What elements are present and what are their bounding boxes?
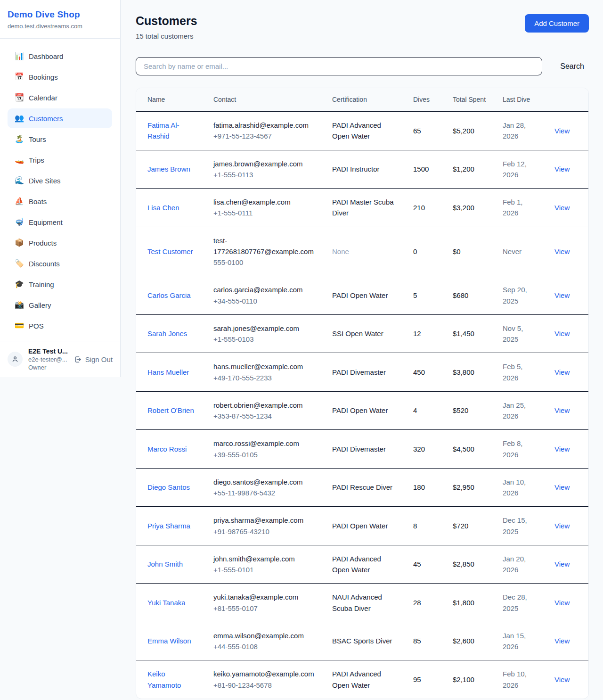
add-customer-button[interactable]: Add Customer: [525, 14, 589, 33]
table-row: Lisa Chen lisa.chen@example.com +1-555-0…: [136, 189, 589, 227]
sidebar-item-label: Gallery: [29, 301, 51, 309]
sidebar-item-pos[interactable]: 💳 POS: [8, 316, 112, 336]
table-row: James Brown james.brown@example.com +1-5…: [136, 150, 589, 189]
search-row: Search: [136, 57, 589, 75]
sidebar-item-label: Bookings: [29, 73, 58, 81]
customer-name-link[interactable]: Sarah Jones: [147, 329, 187, 338]
sidebar-item-gallery[interactable]: 📸 Gallery: [8, 295, 112, 315]
customer-name-link[interactable]: Emma Wilson: [147, 637, 191, 645]
page-header-text: Customers 15 total customers: [136, 14, 197, 40]
customer-email: marco.rossi@example.com: [213, 438, 317, 449]
shop-domain: demo.test.divestreams.com: [8, 23, 113, 30]
customer-certification: PADI Instructor: [332, 165, 380, 173]
dashboard-icon: 📊: [15, 52, 23, 60]
customer-last-dive: Feb 1, 2026: [503, 198, 523, 217]
customer-name-link[interactable]: Diego Santos: [147, 483, 190, 491]
customer-email: diego.santos@example.com: [213, 477, 317, 487]
customer-dives: 210: [413, 204, 425, 212]
search-button[interactable]: Search: [555, 58, 589, 74]
sidebar-item-calendar[interactable]: 📆 Calendar: [8, 88, 112, 107]
view-customer-link[interactable]: View: [554, 329, 570, 338]
sign-out-button[interactable]: Sign Out: [74, 355, 113, 363]
table-row: Carlos Garcia carlos.garcia@example.com …: [136, 276, 589, 315]
customer-email: yuki.tanaka@example.com: [213, 592, 317, 602]
customer-dives: 95: [413, 675, 421, 684]
view-customer-link[interactable]: View: [554, 522, 570, 530]
package-icon: 📦: [15, 239, 23, 247]
sidebar-item-label: Training: [29, 280, 54, 288]
sidebar-nav: 📊 Dashboard 📅 Bookings 📆 Calendar 👥 Cust…: [0, 39, 120, 341]
sidebar-item-products[interactable]: 📦 Products: [8, 233, 112, 253]
customer-name-link[interactable]: Hans Mueller: [147, 368, 189, 376]
view-customer-link[interactable]: View: [554, 406, 570, 414]
customer-total-spent: $4,500: [453, 445, 474, 453]
customer-name-link[interactable]: Priya Sharma: [147, 522, 190, 530]
sidebar-item-boats[interactable]: ⛵ Boats: [8, 191, 112, 211]
view-customer-link[interactable]: View: [554, 599, 570, 607]
customer-phone: +971-55-123-4567: [213, 131, 317, 141]
customer-name-link[interactable]: Test Customer: [147, 247, 193, 255]
view-customer-link[interactable]: View: [554, 560, 570, 568]
customer-dives: 0: [413, 247, 417, 255]
customer-phone: +39-555-0105: [213, 449, 317, 460]
customer-name-link[interactable]: Keiko Yamamoto: [147, 670, 181, 689]
main-content: Customers 15 total customers Add Custome…: [121, 0, 603, 700]
customer-last-dive: Feb 12, 2026: [503, 160, 527, 179]
customer-phone: +81-90-1234-5678: [213, 680, 317, 691]
customer-name-link[interactable]: Robert O'Brien: [147, 406, 194, 414]
view-customer-link[interactable]: View: [554, 247, 570, 255]
sidebar-item-equipment[interactable]: 🤿 Equipment: [8, 212, 112, 232]
customer-name-link[interactable]: Yuki Tanaka: [147, 599, 186, 607]
customer-email: test-1772681807767@example.com: [213, 235, 317, 257]
sidebar-item-discounts[interactable]: 🏷️ Discounts: [8, 254, 112, 273]
customer-certification: PADI Divemaster: [332, 368, 386, 376]
customer-dives: 28: [413, 599, 421, 607]
customer-phone: +1-555-0103: [213, 334, 317, 345]
sidebar-item-customers[interactable]: 👥 Customers: [8, 108, 112, 128]
customer-total-spent: $1,200: [453, 165, 474, 173]
customer-certification: SSI Open Water: [332, 329, 383, 338]
view-customer-link[interactable]: View: [554, 127, 570, 135]
customer-name-link[interactable]: Fatima Al-Rashid: [147, 121, 179, 140]
customer-email: fatima.alrashid@example.com: [213, 120, 317, 131]
customer-name-link[interactable]: John Smith: [147, 560, 183, 568]
table-row: Priya Sharma priya.sharma@example.com +9…: [136, 507, 589, 545]
customer-certification: PADI Master Scuba Diver: [332, 198, 394, 217]
customer-phone: +353-87-555-1234: [213, 411, 317, 421]
view-customer-link[interactable]: View: [554, 291, 570, 299]
customer-last-dive: Dec 28, 2025: [503, 593, 527, 612]
customer-name-link[interactable]: Carlos Garcia: [147, 291, 191, 299]
search-input[interactable]: [136, 57, 542, 75]
customer-name-link[interactable]: Lisa Chen: [147, 204, 179, 212]
customer-total-spent: $520: [453, 406, 468, 414]
sidebar-item-dive-sites[interactable]: 🌊 Dive Sites: [8, 171, 112, 190]
customer-name-link[interactable]: James Brown: [147, 165, 190, 173]
customer-total-spent: $0: [453, 247, 461, 255]
view-customer-link[interactable]: View: [554, 637, 570, 645]
sidebar-item-trips[interactable]: 🚤 Trips: [8, 150, 112, 170]
view-customer-link[interactable]: View: [554, 445, 570, 453]
customer-total-spent: $3,800: [453, 368, 474, 376]
user-name: E2E Test U...: [28, 347, 68, 355]
customer-phone: +44-555-0108: [213, 641, 317, 652]
view-customer-link[interactable]: View: [554, 204, 570, 212]
customer-phone: +34-555-0110: [213, 296, 317, 306]
customer-dives: 5: [413, 291, 417, 299]
camera-icon: 📸: [15, 301, 23, 309]
customer-certification: PADI Open Water: [332, 522, 388, 530]
view-customer-link[interactable]: View: [554, 483, 570, 491]
view-customer-link[interactable]: View: [554, 368, 570, 376]
sidebar-item-bookings[interactable]: 📅 Bookings: [8, 67, 112, 87]
view-customer-link[interactable]: View: [554, 675, 570, 684]
sidebar-item-training[interactable]: 🎓 Training: [8, 274, 112, 294]
customer-name-link[interactable]: Marco Rossi: [147, 445, 187, 453]
customer-dives: 65: [413, 127, 421, 135]
table-row: Fatima Al-Rashid fatima.alrashid@example…: [136, 112, 589, 150]
sidebar-item-tours[interactable]: 🏝️ Tours: [8, 129, 112, 149]
customer-certification: PADI Open Water: [332, 291, 388, 299]
sidebar-item-dashboard[interactable]: 📊 Dashboard: [8, 46, 112, 66]
sidebar-item-label: Discounts: [29, 260, 60, 268]
view-customer-link[interactable]: View: [554, 165, 570, 173]
customer-email: john.smith@example.com: [213, 553, 317, 564]
sidebar-item-label: Dive Sites: [29, 177, 61, 185]
